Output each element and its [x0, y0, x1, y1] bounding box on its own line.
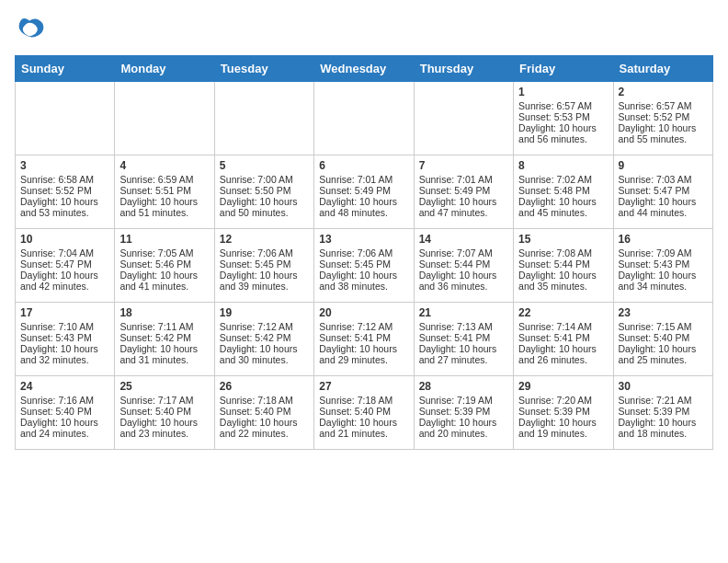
daylight-text: Daylight: 10 hours and 22 minutes.: [220, 417, 309, 439]
calendar-cell: 4Sunrise: 6:59 AMSunset: 5:51 PMDaylight…: [115, 155, 214, 229]
sunset-text: Sunset: 5:47 PM: [20, 259, 109, 270]
daylight-text: Daylight: 10 hours and 23 minutes.: [119, 417, 209, 439]
calendar-cell: 16Sunrise: 7:09 AMSunset: 5:43 PMDayligh…: [613, 229, 712, 303]
day-number: 16: [619, 233, 708, 246]
day-number: 8: [518, 159, 608, 172]
calendar-cell: 9Sunrise: 7:03 AMSunset: 5:47 PMDaylight…: [613, 155, 712, 229]
day-number: 6: [319, 159, 408, 172]
calendar-cell: [214, 82, 313, 155]
sunrise-text: Sunrise: 7:15 AM: [619, 321, 708, 332]
daylight-text: Daylight: 10 hours and 47 minutes.: [419, 196, 508, 218]
daylight-text: Daylight: 10 hours and 51 minutes.: [119, 196, 209, 218]
calendar-cell: 26Sunrise: 7:18 AMSunset: 5:40 PMDayligh…: [214, 376, 313, 450]
sunset-text: Sunset: 5:40 PM: [119, 406, 209, 417]
calendar-cell: [414, 82, 513, 155]
day-number: 2: [619, 86, 708, 98]
column-header-thursday: Thursday: [414, 56, 513, 82]
daylight-text: Daylight: 10 hours and 42 minutes.: [20, 270, 109, 292]
sunrise-text: Sunrise: 7:01 AM: [319, 174, 408, 185]
calendar-cell: 6Sunrise: 7:01 AMSunset: 5:49 PMDaylight…: [314, 155, 414, 229]
sunset-text: Sunset: 5:40 PM: [319, 406, 408, 417]
column-header-friday: Friday: [514, 56, 613, 82]
sunset-text: Sunset: 5:40 PM: [20, 406, 109, 417]
sunrise-text: Sunrise: 7:17 AM: [119, 395, 209, 406]
calendar-cell: 8Sunrise: 7:02 AMSunset: 5:48 PMDaylight…: [514, 155, 613, 229]
sunset-text: Sunset: 5:46 PM: [119, 259, 209, 270]
sunset-text: Sunset: 5:49 PM: [419, 185, 508, 196]
sunset-text: Sunset: 5:43 PM: [619, 259, 708, 270]
sunset-text: Sunset: 5:39 PM: [419, 406, 508, 417]
sunrise-text: Sunrise: 7:03 AM: [619, 174, 708, 185]
daylight-text: Daylight: 10 hours and 45 minutes.: [518, 196, 608, 218]
daylight-text: Daylight: 10 hours and 26 minutes.: [518, 343, 608, 365]
day-number: 10: [20, 233, 109, 246]
sunset-text: Sunset: 5:45 PM: [319, 259, 408, 270]
sunrise-text: Sunrise: 6:59 AM: [119, 174, 209, 185]
sunset-text: Sunset: 5:42 PM: [119, 332, 209, 343]
daylight-text: Daylight: 10 hours and 21 minutes.: [319, 417, 408, 439]
daylight-text: Daylight: 10 hours and 24 minutes.: [20, 417, 109, 439]
day-number: 12: [220, 233, 309, 246]
sunset-text: Sunset: 5:42 PM: [220, 332, 309, 343]
sunrise-text: Sunrise: 7:07 AM: [419, 247, 508, 259]
sunset-text: Sunset: 5:43 PM: [20, 332, 109, 343]
sunrise-text: Sunrise: 7:19 AM: [419, 395, 508, 406]
week-row-2: 3Sunrise: 6:58 AMSunset: 5:52 PMDaylight…: [16, 155, 713, 229]
daylight-text: Daylight: 10 hours and 30 minutes.: [220, 343, 309, 365]
column-header-tuesday: Tuesday: [214, 56, 313, 82]
calendar-cell: 24Sunrise: 7:16 AMSunset: 5:40 PMDayligh…: [16, 376, 115, 450]
daylight-text: Daylight: 10 hours and 48 minutes.: [319, 196, 408, 218]
day-number: 9: [619, 159, 708, 172]
day-number: 22: [518, 306, 608, 319]
sunset-text: Sunset: 5:40 PM: [619, 332, 708, 343]
sunrise-text: Sunrise: 6:57 AM: [619, 100, 708, 111]
calendar-cell: 11Sunrise: 7:05 AMSunset: 5:46 PMDayligh…: [115, 229, 214, 303]
day-number: 4: [119, 159, 209, 172]
page-header: [15, 15, 713, 44]
week-row-1: 1Sunrise: 6:57 AMSunset: 5:53 PMDaylight…: [16, 82, 713, 155]
sunset-text: Sunset: 5:49 PM: [319, 185, 408, 196]
day-number: 19: [220, 306, 309, 319]
calendar-cell: 19Sunrise: 7:12 AMSunset: 5:42 PMDayligh…: [214, 303, 313, 376]
calendar-cell: [115, 82, 214, 155]
calendar-cell: 1Sunrise: 6:57 AMSunset: 5:53 PMDaylight…: [514, 82, 613, 155]
logo-icon: [15, 15, 44, 44]
week-row-3: 10Sunrise: 7:04 AMSunset: 5:47 PMDayligh…: [16, 229, 713, 303]
calendar-cell: 12Sunrise: 7:06 AMSunset: 5:45 PMDayligh…: [214, 229, 313, 303]
day-number: 13: [319, 233, 408, 246]
day-number: 29: [518, 380, 608, 393]
calendar-cell: 22Sunrise: 7:14 AMSunset: 5:41 PMDayligh…: [514, 303, 613, 376]
sunrise-text: Sunrise: 7:01 AM: [419, 174, 508, 185]
day-number: 21: [419, 306, 508, 319]
calendar-cell: 28Sunrise: 7:19 AMSunset: 5:39 PMDayligh…: [414, 376, 513, 450]
column-header-monday: Monday: [115, 56, 214, 82]
daylight-text: Daylight: 10 hours and 19 minutes.: [518, 417, 608, 439]
sunrise-text: Sunrise: 7:12 AM: [319, 321, 408, 332]
calendar-cell: 10Sunrise: 7:04 AMSunset: 5:47 PMDayligh…: [16, 229, 115, 303]
sunset-text: Sunset: 5:44 PM: [518, 259, 608, 270]
sunrise-text: Sunrise: 7:00 AM: [220, 174, 309, 185]
sunset-text: Sunset: 5:41 PM: [419, 332, 508, 343]
sunset-text: Sunset: 5:41 PM: [518, 332, 608, 343]
calendar-cell: 30Sunrise: 7:21 AMSunset: 5:39 PMDayligh…: [613, 376, 712, 450]
logo: [15, 15, 50, 44]
sunrise-text: Sunrise: 7:12 AM: [220, 321, 309, 332]
sunset-text: Sunset: 5:39 PM: [619, 406, 708, 417]
calendar-cell: 2Sunrise: 6:57 AMSunset: 5:52 PMDaylight…: [613, 82, 712, 155]
day-number: 26: [220, 380, 309, 393]
daylight-text: Daylight: 10 hours and 39 minutes.: [220, 270, 309, 292]
day-number: 5: [220, 159, 309, 172]
column-header-wednesday: Wednesday: [314, 56, 414, 82]
sunrise-text: Sunrise: 7:06 AM: [319, 247, 408, 259]
sunrise-text: Sunrise: 7:09 AM: [619, 247, 708, 259]
daylight-text: Daylight: 10 hours and 18 minutes.: [619, 417, 708, 439]
day-number: 14: [419, 233, 508, 246]
calendar-cell: 25Sunrise: 7:17 AMSunset: 5:40 PMDayligh…: [115, 376, 214, 450]
day-number: 15: [518, 233, 608, 246]
calendar-cell: 18Sunrise: 7:11 AMSunset: 5:42 PMDayligh…: [115, 303, 214, 376]
day-number: 11: [119, 233, 209, 246]
calendar-cell: 7Sunrise: 7:01 AMSunset: 5:49 PMDaylight…: [414, 155, 513, 229]
day-number: 17: [20, 306, 109, 319]
sunrise-text: Sunrise: 7:18 AM: [220, 395, 309, 406]
sunset-text: Sunset: 5:40 PM: [220, 406, 309, 417]
